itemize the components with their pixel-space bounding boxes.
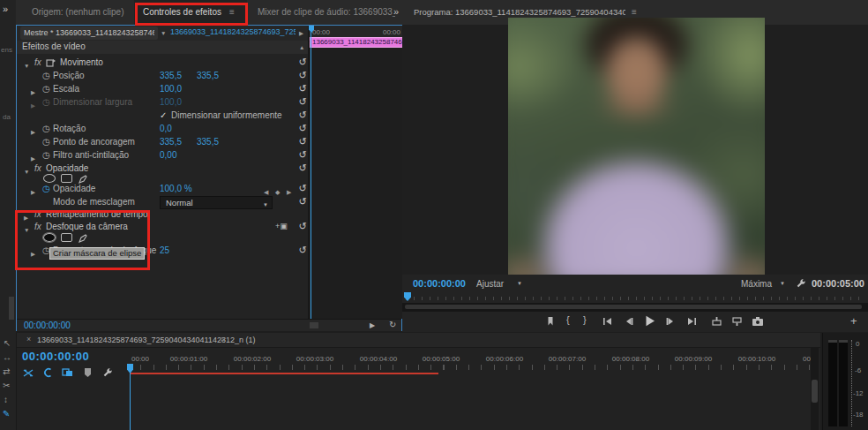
panel-menu-icon[interactable]: ≡	[229, 7, 235, 17]
stopwatch-icon[interactable]: ◷	[42, 82, 50, 95]
panel-menu-icon[interactable]: ≡	[632, 7, 637, 17]
step-forward-icon[interactable]	[665, 316, 676, 327]
close-icon[interactable]: ×	[26, 335, 31, 343]
program-timecode[interactable]: 00:00:00:00	[413, 278, 466, 289]
tool-icon-slip[interactable]: ↕	[4, 395, 8, 404]
program-hscrollbar[interactable]	[402, 303, 868, 311]
add-marker-icon[interactable]	[545, 316, 556, 327]
stopwatch-icon-active[interactable]: ◷	[42, 182, 50, 195]
tab-programa[interactable]: Programa: 13669033_1141824325874693_7259…	[414, 7, 625, 17]
program-playhead[interactable]	[404, 292, 411, 301]
param-value[interactable]: 100,0	[160, 82, 182, 95]
audio-meter-channel-right	[839, 340, 848, 426]
play-audio-only-icon[interactable]: ▶	[370, 321, 375, 329]
param-value-x[interactable]: 335,5	[160, 135, 182, 148]
timeline-playhead-line[interactable]	[130, 364, 131, 430]
master-clip-chip[interactable]: Mestre * 13669033_1141824325874693_...	[20, 26, 158, 40]
param-value-x[interactable]: 335,5	[160, 69, 182, 82]
tab-origem[interactable]: Origem: (nenhum clipe)	[32, 7, 123, 17]
ruler-label: 00:00:02:00	[221, 355, 284, 363]
param-value[interactable]: 100,0 %	[160, 182, 192, 195]
button-editor-plus[interactable]: +	[850, 314, 857, 328]
param-value-y[interactable]: 335,5	[197, 69, 219, 82]
dropdown-arrow-icon[interactable]: ▼	[517, 281, 522, 286]
snap-icon[interactable]	[42, 367, 53, 378]
fit-dropdown[interactable]: Ajustar	[476, 279, 504, 289]
scrollbar-thumb[interactable]	[9, 297, 14, 320]
timeline-ruler-ticks[interactable]	[128, 365, 819, 370]
tool-icon-selection[interactable]: ↖	[4, 338, 11, 348]
linked-selection-icon[interactable]	[62, 367, 73, 378]
collapse-section-icon[interactable]: ▲	[299, 44, 304, 50]
param-value[interactable]: 0,00	[160, 148, 176, 162]
tool-icon-ripple-edit[interactable]: ⇄	[3, 366, 10, 376]
dropdown-arrow-icon[interactable]: ▼	[780, 281, 785, 286]
loop-icon[interactable]: ↻	[389, 320, 396, 329]
timeline-vscrollbar-thumb[interactable]	[812, 380, 818, 403]
ec-mini-timeline[interactable]: 00:00 00:00 13669033_11418243258746	[308, 26, 403, 319]
mini-hscrollbar-thumb[interactable]	[310, 322, 318, 328]
effect-row-movimento: ▼ fx Movimento ↺	[17, 56, 308, 69]
checkbox-checked-icon[interactable]: ✓	[160, 109, 167, 122]
create-ellipse-mask-icon[interactable]	[43, 233, 56, 242]
expand-icon[interactable]: ▶	[31, 247, 35, 260]
program-monitor-panel: Programa: 13669033_1141824325874693_7259…	[402, 0, 868, 331]
program-controls-row: 00:00:00:00 Ajustar ▼ Máxima ▼ 00:00:05:…	[402, 275, 868, 291]
param-value[interactable]: 0,0	[160, 122, 172, 135]
settings-wrench-icon[interactable]	[796, 278, 806, 289]
ruler-label: 00:00:09:00	[662, 355, 725, 363]
tab-overflow-chevron[interactable]: »	[393, 6, 399, 17]
tab-controles-label[interactable]: Controles de efeitos	[143, 7, 221, 17]
quality-dropdown[interactable]: Máxima	[741, 279, 772, 289]
tool-icon-track-select[interactable]: ↔	[3, 352, 11, 362]
param-value[interactable]: 25	[160, 244, 169, 257]
sequence-clip-label[interactable]: 13669033_1141824325874693_725904...	[170, 27, 296, 36]
param-value-y[interactable]: 335,5	[197, 135, 219, 148]
mark-in-icon[interactable]: {	[566, 314, 570, 325]
program-hscrollbar-thumb[interactable]	[405, 305, 862, 309]
go-to-out-icon[interactable]	[686, 316, 698, 327]
lift-icon[interactable]	[711, 316, 722, 327]
ec-playhead-line[interactable]	[311, 26, 311, 319]
meter-db-label: -18	[853, 411, 864, 419]
go-to-in-icon[interactable]	[602, 316, 613, 327]
tab-mixer[interactable]: Mixer de clipe de áudio: 13669033_114182…	[258, 7, 395, 17]
create-rect-mask-icon[interactable]	[61, 233, 72, 242]
chevron-down-icon[interactable]: ▼	[161, 30, 166, 36]
step-back-icon[interactable]	[624, 316, 634, 327]
video-effects-section: Efeitos de vídeo ▲	[17, 41, 308, 54]
checkbox-row-dimensionar-uniformemente: ✓ Dimensionar uniformemente ↺	[17, 109, 308, 122]
nest-sequence-icon[interactable]	[23, 367, 34, 378]
ruler-label: 00:00	[131, 355, 149, 363]
free-draw-bezier-pen-icon[interactable]	[78, 233, 91, 243]
panel-overflow-chevron[interactable]: »	[3, 4, 8, 14]
timeline-tracks-area[interactable]	[16, 377, 820, 430]
ec-timecode[interactable]: 00:00:00:00	[24, 321, 71, 330]
add-marker-icon[interactable]	[83, 367, 93, 378]
param-row-modo-mesclagem: Modo de mesclagem Normal ▼ ↺	[17, 195, 308, 208]
show-timeline-arrow-icon[interactable]: ▶	[299, 30, 303, 37]
param-label: Rotação	[53, 122, 86, 135]
effect-name[interactable]: Remapeamento de tempo	[46, 207, 148, 221]
export-frame-camera-icon[interactable]	[752, 316, 764, 327]
ec-clip-bar[interactable]: 13669033_11418243258746	[310, 37, 403, 48]
extract-icon[interactable]	[731, 316, 743, 327]
mark-out-icon[interactable]: }	[583, 314, 587, 325]
timeline-vscrollbar[interactable]	[811, 348, 819, 430]
stopwatch-icon[interactable]: ◷	[42, 148, 50, 162]
effect-name[interactable]: Movimento	[60, 56, 103, 69]
tool-icon-razor[interactable]: ✂	[3, 381, 10, 390]
timeline-settings-wrench-icon[interactable]	[102, 367, 113, 378]
stopwatch-icon[interactable]: ◷	[42, 135, 50, 148]
tool-icon-pen[interactable]: ✎	[3, 409, 10, 419]
stopwatch-icon: ◷	[42, 95, 50, 109]
program-scrubber[interactable]	[402, 291, 868, 303]
timeline-timecode[interactable]: 00:00:00:00	[22, 350, 89, 363]
meter-db-label: -12	[853, 389, 864, 397]
play-button-icon[interactable]	[643, 314, 656, 328]
checkbox-label[interactable]: Dimensionar uniformemente	[171, 109, 282, 122]
stopwatch-icon[interactable]: ◷	[42, 69, 50, 82]
panel-menu-icon[interactable]: ≡	[221, 335, 225, 343]
meter-db-label: -6	[855, 366, 861, 374]
stopwatch-icon[interactable]: ◷	[42, 122, 50, 135]
